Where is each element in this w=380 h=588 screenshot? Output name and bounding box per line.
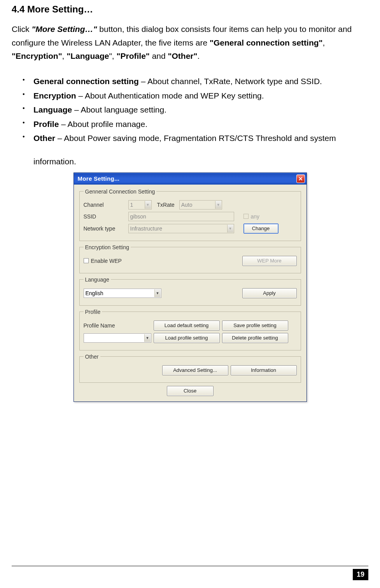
list-item: Encryption – About Authentication mode a… xyxy=(23,89,368,103)
ssid-input[interactable]: gibson xyxy=(128,212,234,221)
bullet-term: Other xyxy=(33,134,55,143)
profile-name-label: Profile Name xyxy=(84,322,154,329)
intro-sep: and xyxy=(150,51,168,60)
network-type-label: Network type xyxy=(84,225,128,232)
other-fieldset: Other Advanced Setting... Information xyxy=(79,354,301,383)
intro-end: . xyxy=(197,51,200,60)
profile-fieldset: Profile Profile Name Load default settin… xyxy=(79,309,301,350)
chevron-down-icon: ▼ xyxy=(154,289,161,297)
bullet-desc: – About language setting. xyxy=(72,105,166,114)
enable-wep-checkbox[interactable] xyxy=(84,258,89,263)
ssid-label: SSID xyxy=(84,213,128,220)
information-button[interactable]: Information xyxy=(231,365,297,375)
dialog-title: More Setting... xyxy=(78,175,120,182)
change-button[interactable]: Change xyxy=(243,224,278,234)
intro-term: "Other" xyxy=(168,51,198,60)
enable-wep-label: Enable WEP xyxy=(91,258,122,264)
footer-divider xyxy=(12,566,368,566)
close-button[interactable]: Close xyxy=(167,386,214,396)
apply-button[interactable]: Apply xyxy=(242,288,297,298)
list-item: Other – About Power saving mode, Fragmen… xyxy=(23,132,368,145)
section-heading: 4.4 More Setting… xyxy=(12,4,368,15)
encryption-fieldset: Encryption Setting Enable WEP WEP More xyxy=(79,244,301,273)
intro-term: "General connection setting" xyxy=(210,38,323,47)
intro-sep: , xyxy=(62,51,67,60)
titlebar: More Setting... ✕ xyxy=(74,173,306,185)
intro-button-name: "More Setting…" xyxy=(32,25,97,33)
profile-name-select[interactable]: ▼ xyxy=(84,333,151,343)
txrate-select[interactable]: Auto ▼ xyxy=(179,200,222,209)
list-item: Language – About language setting. xyxy=(23,103,368,117)
txrate-value: Auto xyxy=(181,202,193,208)
network-type-select[interactable]: Infrastructure ▼ xyxy=(128,224,234,233)
txrate-label: TxRate xyxy=(157,202,175,208)
list-item: Profile – About profile manage. xyxy=(23,118,368,131)
bullet-term: General connection setting xyxy=(33,77,139,86)
language-value: English xyxy=(86,290,103,296)
language-fieldset: Language English ▼ Apply xyxy=(79,276,301,306)
intro-term: "Encryption" xyxy=(12,51,62,60)
chevron-down-icon: ▼ xyxy=(144,334,151,342)
profile-legend: Profile xyxy=(84,309,102,315)
ssid-value: gibson xyxy=(130,213,146,220)
bullet-desc: – About channel, TxRate, Network type an… xyxy=(139,77,322,86)
network-type-value: Infrastructure xyxy=(130,225,162,232)
more-setting-dialog: More Setting... ✕ Genneral Connection Se… xyxy=(74,173,307,402)
delete-profile-button[interactable]: Delete profile setting xyxy=(222,333,288,343)
bullet-term: Language xyxy=(33,105,72,114)
channel-select[interactable]: 1 ▼ xyxy=(128,200,152,209)
channel-label: Channel xyxy=(84,202,128,208)
chevron-down-icon: ▼ xyxy=(227,225,233,232)
page-number: 19 xyxy=(353,569,368,580)
encryption-legend: Encryption Setting xyxy=(84,244,131,250)
advanced-setting-button[interactable]: Advanced Setting... xyxy=(162,365,228,375)
any-label: any xyxy=(251,213,260,220)
intro-text: Click xyxy=(12,25,32,33)
intro-term: "Language xyxy=(67,51,109,60)
wep-more-button[interactable]: WEP More xyxy=(242,256,297,266)
bullet-term: Profile xyxy=(33,120,59,129)
other-legend: Other xyxy=(84,354,100,360)
intro-paragraph: Click "More Setting…" button, this dialo… xyxy=(12,23,368,63)
bullet-desc: – About Power saving mode, Fragmentation… xyxy=(55,134,336,143)
intro-term: "Profile" xyxy=(117,51,150,60)
intro-sep: ", xyxy=(109,51,116,60)
channel-value: 1 xyxy=(130,202,133,208)
bullet-term: Encryption xyxy=(33,91,76,100)
bullet-list: General connection setting – About chann… xyxy=(12,75,368,145)
intro-sep: , xyxy=(323,38,325,47)
general-legend: Genneral Connection Setting xyxy=(84,188,157,195)
list-item: General connection setting – About chann… xyxy=(23,75,368,88)
chevron-down-icon: ▼ xyxy=(145,201,151,209)
language-legend: Language xyxy=(84,276,111,283)
bullet-desc: – About Authentication mode and WEP Key … xyxy=(76,91,264,100)
chevron-down-icon: ▼ xyxy=(215,201,221,209)
close-icon[interactable]: ✕ xyxy=(296,174,305,183)
load-default-button[interactable]: Load default setting xyxy=(154,320,220,331)
bullet-desc: – About profile manage. xyxy=(59,120,147,129)
general-connection-fieldset: Genneral Connection Setting Channel 1 ▼ … xyxy=(79,188,301,241)
bullet-continuation: information. xyxy=(12,155,368,169)
load-profile-button[interactable]: Load profile setting xyxy=(154,333,220,343)
save-profile-button[interactable]: Save profile setting xyxy=(222,320,288,331)
any-checkbox[interactable] xyxy=(243,214,249,219)
language-select[interactable]: English ▼ xyxy=(84,289,161,298)
